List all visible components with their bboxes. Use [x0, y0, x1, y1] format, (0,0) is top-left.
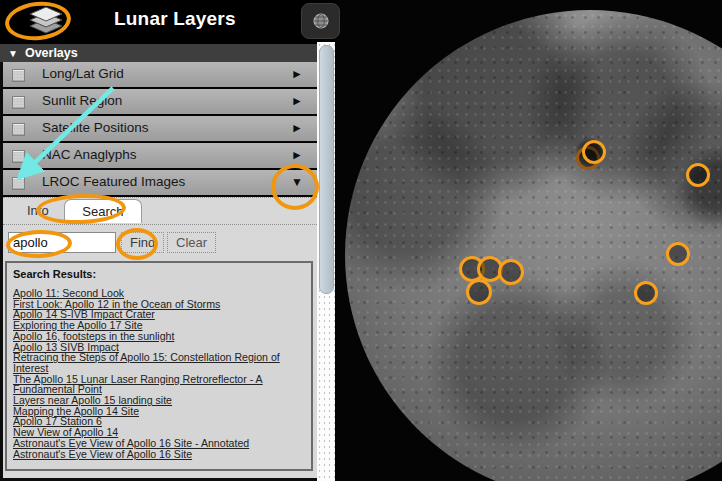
featured-image-marker[interactable] [666, 242, 690, 266]
sidebar-scrollbar[interactable] [317, 42, 335, 481]
overlay-checkbox[interactable] [12, 177, 25, 190]
scrollbar-thumb[interactable] [319, 45, 334, 294]
find-button[interactable]: Find [121, 232, 164, 253]
overlay-label: Long/Lat Grid [42, 66, 124, 81]
search-row: Find Clear [3, 225, 317, 259]
page-title: Lunar Layers [114, 8, 236, 30]
featured-image-marker[interactable] [498, 259, 524, 285]
featured-image-marker[interactable] [582, 140, 606, 164]
overlay-row-nac-anaglyphs[interactable]: NAC Anaglyphs► [3, 143, 317, 170]
globe-icon [312, 12, 330, 30]
search-result-link[interactable]: Retracing the Steps of Apollo 15: Conste… [13, 352, 305, 373]
collapse-icon[interactable]: ▼ [8, 45, 18, 63]
overlay-row-longlat-grid[interactable]: Long/Lat Grid► [3, 62, 317, 89]
expander-icon[interactable]: ► [291, 94, 303, 108]
search-results-heading: Search Results: [13, 268, 305, 280]
tab-search[interactable]: Search [64, 199, 141, 223]
sidebar-header: Lunar Layers [0, 0, 335, 44]
overlay-checkbox[interactable] [12, 96, 25, 109]
lroc-featured-panel: Info Search Find Clear Search Results: A… [3, 197, 317, 478]
featured-image-marker[interactable] [634, 281, 658, 305]
overlay-label: Sunlit Region [42, 93, 122, 108]
overlay-label: Satellite Positions [42, 120, 149, 135]
search-input[interactable] [8, 232, 116, 253]
tab-strip: Info Search [3, 198, 317, 225]
globe-button[interactable] [301, 3, 340, 39]
tab-info[interactable]: Info [15, 198, 61, 222]
moon-globe[interactable] [345, 10, 722, 481]
expander-icon[interactable]: ▼ [291, 175, 303, 189]
featured-image-marker[interactable] [466, 279, 492, 305]
overlay-label: NAC Anaglyphs [42, 147, 137, 162]
search-result-link[interactable]: Astronaut's Eye View of Apollo 16 Site -… [13, 438, 305, 449]
clear-button[interactable]: Clear [167, 232, 216, 253]
expander-icon[interactable]: ► [291, 121, 303, 135]
overlay-label: LROC Featured Images [42, 174, 185, 189]
overlay-checkbox[interactable] [12, 69, 25, 82]
overlays-section-header[interactable]: ▼Overlays [0, 44, 317, 62]
layers-sidebar: Lunar Layers ▼Overlays Long/Lat Grid►Sun… [0, 0, 335, 481]
overlay-row-satellite-positions[interactable]: Satellite Positions► [3, 116, 317, 143]
overlay-row-lroc-featured-images[interactable]: LROC Featured Images▼ [3, 170, 317, 197]
search-result-link[interactable]: The Apollo 15 Lunar Laser Ranging Retror… [13, 374, 305, 395]
overlays-section-label: Overlays [25, 46, 78, 60]
moon-map[interactable] [335, 0, 722, 481]
search-result-link[interactable]: Apollo 16, footsteps in the sunlight [13, 331, 305, 342]
overlay-checkbox[interactable] [12, 123, 25, 136]
search-result-link[interactable]: Astronaut's Eye View of Apollo 16 Site [13, 449, 305, 460]
overlay-row-sunlit-region[interactable]: Sunlit Region► [3, 89, 317, 116]
search-results-box: Search Results: Apollo 11: Second LookFi… [5, 261, 313, 471]
featured-image-marker[interactable] [686, 163, 710, 187]
layers-icon[interactable] [28, 5, 64, 43]
expander-icon[interactable]: ► [291, 148, 303, 162]
expander-icon[interactable]: ► [291, 67, 303, 81]
lunar-layers-app: Lunar Layers ▼Overlays Long/Lat Grid►Sun… [0, 0, 722, 481]
overlay-checkbox[interactable] [12, 150, 25, 163]
